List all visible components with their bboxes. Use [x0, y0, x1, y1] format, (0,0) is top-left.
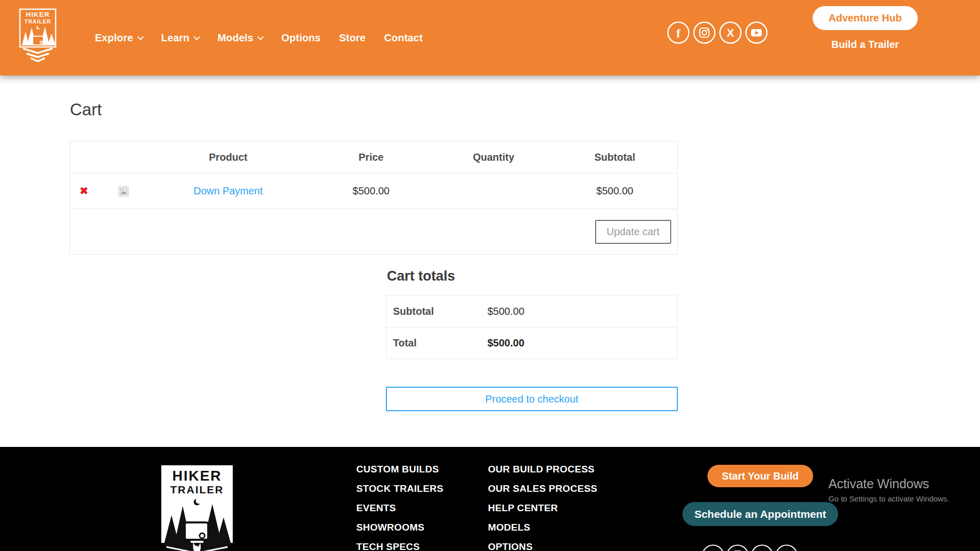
total-row: Total $500.00 [386, 327, 677, 359]
hiker-trailer-logo[interactable]: HIKER TRAILER [19, 7, 57, 63]
start-your-build-button[interactable]: Start Your Build [707, 465, 813, 487]
footer-link-our-sales-process[interactable]: OUR SALES PROCESS [488, 483, 597, 494]
logo-text-1: HIKER [26, 11, 50, 18]
col-header-price: Price [307, 152, 435, 163]
svg-text:X: X [727, 27, 734, 39]
watermark-line-2: Go to Settings to activate Windows. [828, 494, 949, 503]
nav-label: Explore [95, 32, 133, 44]
broken-image-icon [120, 188, 127, 195]
footer-logo-text-2: TRAILER [170, 484, 224, 495]
nav-item-store[interactable]: Store [339, 32, 365, 44]
facebook-icon[interactable]: f [701, 544, 725, 551]
nav-label: Store [339, 32, 365, 44]
update-cart-button[interactable]: Update cart [595, 220, 671, 244]
subtotal-label: Subtotal [386, 306, 487, 317]
product-link[interactable]: Down Payment [193, 185, 263, 196]
cart-page: Cart Product Price Quantity Subtotal ✖ [0, 76, 980, 447]
adventure-hub-button[interactable]: Adventure Hub [813, 6, 918, 30]
cart-table-header: Product Price Quantity Subtotal [70, 141, 677, 173]
nav-label: Options [281, 32, 321, 44]
footer-logo-text-1: HIKER [172, 468, 222, 484]
cart-item-row: ✖ Down Payment $500.00 $500.00 [70, 173, 677, 209]
remove-item-icon[interactable]: ✖ [80, 185, 88, 196]
cart-totals-table: Subtotal $500.00 Total $500.00 [386, 295, 678, 359]
footer-link-models[interactable]: MODELS [488, 522, 530, 533]
site-header: HIKER TRAILER Explore Learn Models Optio… [0, 0, 980, 76]
instagram-icon[interactable] [693, 21, 716, 44]
logo-text-2: TRAILER [24, 18, 52, 24]
nav-item-explore[interactable]: Explore [95, 32, 143, 44]
footer-links-column-2: OUR BUILD PROCESS OUR SALES PROCESS HELP… [488, 460, 597, 551]
footer-link-custom-builds[interactable]: CUSTOM BUILDS [356, 464, 439, 475]
item-price: $500.00 [307, 185, 435, 197]
page-title: Cart [70, 100, 102, 119]
build-a-trailer-link[interactable]: Build a Trailer [813, 39, 918, 51]
nav-item-options[interactable]: Options [281, 32, 321, 44]
col-header-quantity: Quantity [435, 152, 552, 163]
nav-label: Contact [384, 32, 423, 44]
subtotal-row: Subtotal $500.00 [386, 295, 677, 327]
footer-link-help-center[interactable]: HELP CENTER [488, 503, 558, 514]
footer-link-our-build-process[interactable]: OUR BUILD PROCESS [488, 464, 595, 475]
nav-label: Models [217, 32, 253, 44]
site-footer: HIKER TRAILER CUSTOM BUILDS STOCK TRAILE… [0, 447, 980, 551]
cart-table: Product Price Quantity Subtotal ✖ Down P… [69, 141, 678, 255]
chevron-down-icon [137, 34, 144, 40]
youtube-icon[interactable] [775, 544, 798, 551]
main-nav: Explore Learn Models Options Store Conta… [95, 0, 423, 76]
total-label: Total [386, 337, 487, 349]
footer-link-stock-trailers[interactable]: STOCK TRAILERS [356, 483, 444, 494]
proceed-to-checkout-button[interactable]: Proceed to checkout [386, 387, 678, 411]
footer-links-column-1: CUSTOM BUILDS STOCK TRAILERS EVENTS SHOW… [356, 460, 444, 551]
header-social-icons: f X [667, 21, 768, 44]
schedule-appointment-button[interactable]: Schedule an Appointment [682, 502, 838, 526]
youtube-icon[interactable] [745, 21, 768, 44]
cart-actions-row: Update cart [70, 209, 677, 254]
activate-windows-watermark: Activate Windows Go to Settings to activ… [828, 477, 949, 503]
total-value: $500.00 [487, 337, 524, 349]
footer-link-tech-specs[interactable]: TECH SPECS [356, 541, 420, 551]
svg-text:f: f [676, 27, 681, 40]
instagram-icon[interactable] [726, 544, 749, 551]
footer-link-events[interactable]: EVENTS [356, 503, 396, 514]
subtotal-value: $500.00 [487, 306, 524, 317]
nav-item-learn[interactable]: Learn [161, 32, 199, 44]
watermark-line-1: Activate Windows [828, 477, 949, 491]
footer-link-showrooms[interactable]: SHOWROOMS [356, 522, 425, 533]
nav-label: Learn [161, 32, 189, 44]
item-subtotal: $500.00 [552, 185, 677, 197]
chevron-down-icon [257, 34, 264, 40]
facebook-icon[interactable]: f [667, 21, 690, 44]
col-header-product: Product [149, 152, 307, 163]
col-header-subtotal: Subtotal [552, 152, 677, 163]
chevron-down-icon [193, 34, 200, 40]
hiker-trailer-footer-logo: HIKER TRAILER [161, 465, 233, 551]
x-twitter-icon[interactable]: X [750, 544, 774, 551]
cart-totals-title: Cart totals [387, 268, 455, 284]
footer-social-icons: f X [701, 544, 798, 551]
nav-item-models[interactable]: Models [217, 32, 263, 44]
nav-item-contact[interactable]: Contact [384, 32, 423, 44]
product-thumbnail-placeholder[interactable] [118, 186, 129, 196]
footer-link-options[interactable]: OPTIONS [488, 541, 533, 551]
x-twitter-icon[interactable]: X [719, 21, 742, 44]
